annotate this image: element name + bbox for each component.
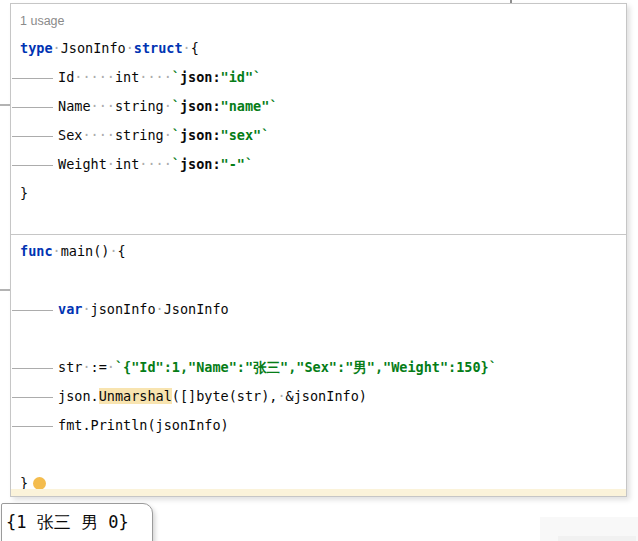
left-edge-tick-1 [0,104,10,106]
space-whitespace-dots: · [109,243,117,259]
tab-whitespace-marker [12,100,58,114]
code-token: ` [172,127,180,143]
space-whitespace-dots: ····· [74,69,115,85]
code-token: "id" [221,69,254,85]
space-whitespace-dots: · [107,156,115,172]
code-token: ` [245,156,253,172]
code-token: json: [180,156,221,172]
space-whitespace-dots: · [53,40,61,56]
code-token: string [115,127,164,143]
tab-whitespace-marker [12,71,58,85]
code-token: "sex" [221,127,262,143]
code-token: func [20,243,53,259]
code-token: json: [180,98,221,114]
code-line[interactable]: Sex····string·`json:"sex"` [11,121,626,150]
code-token: var [58,301,82,317]
space-whitespace-dots: · [183,40,191,56]
output-text: {1 张三 男 0} [6,512,129,532]
code-line[interactable]: Name···string·`json:"name"` [11,92,626,121]
space-whitespace-dots: ···· [139,69,172,85]
code-token: int [115,69,139,85]
space-whitespace-dots: · [107,359,115,375]
code-token: `{"Id":1,"Name":"张三","Sex":"男","Weight":… [115,359,497,375]
code-token: Weight [58,156,107,172]
space-whitespace-dots: ···· [139,156,172,172]
code-token: JsonInfo [164,301,229,317]
space-whitespace-dots: · [82,359,90,375]
code-editor[interactable]: 1 usage type·JsonInfo·struct·{Id·····int… [10,3,627,497]
code-token: json. [58,388,99,404]
tab-whitespace-marker [12,129,58,143]
space-whitespace-dots: · [53,243,61,259]
code-token: string [115,98,164,114]
space-whitespace-dots: · [277,388,285,404]
left-edge-tick-2 [0,289,10,291]
code-token: := [91,359,107,375]
code-token: json: [180,69,221,85]
screenshot-root: 1 usage type·JsonInfo·struct·{Id·····int… [0,0,638,541]
code-token: } [20,185,28,201]
code-token: ` [172,98,180,114]
tab-whitespace-marker [12,390,58,404]
code-token: ` [269,98,277,114]
code-line[interactable]: str·:=·`{"Id":1,"Name":"张三","Sex":"男","W… [11,353,626,382]
space-whitespace-dots: · [164,127,172,143]
space-whitespace-dots: · [156,301,164,317]
space-whitespace-dots: · [82,301,90,317]
caret-row-highlight [11,489,626,496]
code-line[interactable]: func·main()·{ [11,237,626,266]
code-token: str [58,359,82,375]
code-token: Sex [58,127,82,143]
code-token: "name" [221,98,270,114]
code-line[interactable] [11,208,626,237]
code-line[interactable]: fmt.Println(jsonInfo) [11,411,626,440]
tab-whitespace-marker [12,158,58,172]
code-line[interactable]: Weight·int····`json:"-"` [11,150,626,179]
code-line[interactable]: type·JsonInfo·struct·{ [11,34,626,63]
code-lines: type·JsonInfo·struct·{Id·····int····`jso… [11,34,626,497]
usage-hint[interactable]: 1 usage [11,8,626,34]
code-line[interactable]: Id·····int····`json:"id"` [11,63,626,92]
space-whitespace-dots: · [126,40,134,56]
stitch-seam-line [11,234,626,235]
highlighted-identifier: Unmarshal [99,388,172,404]
code-token: json: [180,127,221,143]
code-token: ` [253,69,261,85]
code-line[interactable] [11,440,626,469]
code-line[interactable] [11,266,626,295]
space-whitespace-dots: · [164,98,172,114]
code-token: Id [58,69,74,85]
code-token: ` [172,156,180,172]
code-token: main() [61,243,110,259]
code-token: type [20,40,53,56]
output-popup: {1 张三 男 0} [1,503,153,541]
watermark-remnant [540,517,638,541]
code-token: "-" [221,156,245,172]
code-token: { [118,243,126,259]
code-line[interactable]: json.Unmarshal([]byte(str),·&jsonInfo) [11,382,626,411]
code-token: ` [261,127,269,143]
code-token: JsonInfo [61,40,126,56]
code-token: int [115,156,139,172]
code-line[interactable]: } [11,179,626,208]
space-whitespace-dots: ··· [91,98,115,114]
code-line[interactable] [11,324,626,353]
tab-whitespace-marker [12,419,58,433]
tab-whitespace-marker [12,303,58,317]
code-token: struct [134,40,183,56]
code-token: ([]byte(str), [172,388,278,404]
code-token: fmt.Println(jsonInfo) [58,417,229,433]
code-token: { [191,40,199,56]
code-token: jsonInfo [91,301,156,317]
code-token: Name [58,98,91,114]
space-whitespace-dots: ···· [82,127,115,143]
code-line[interactable]: var·jsonInfo·JsonInfo [11,295,626,324]
tab-whitespace-marker [12,361,58,375]
code-token: ` [172,69,180,85]
code-token: &jsonInfo) [286,388,367,404]
